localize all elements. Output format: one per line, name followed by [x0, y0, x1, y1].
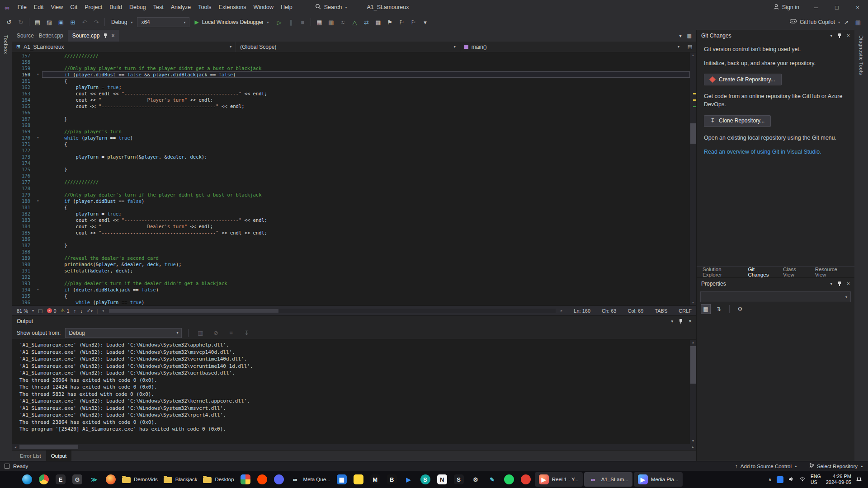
code-lens-icon[interactable]: ≈: [337, 17, 348, 28]
code-text[interactable]: if (player.didBust == false && player.di…: [42, 71, 690, 78]
tab-source-better-cpp[interactable]: Source - Better.cpp: [12, 30, 68, 42]
close-icon[interactable]: ×: [689, 318, 692, 324]
code-text[interactable]: while (playTurn == true): [42, 135, 690, 141]
fold-marker[interactable]: ▾: [34, 71, 42, 78]
save-all-icon[interactable]: ⊞: [67, 17, 78, 28]
taskbar-app-feather[interactable]: ✎: [485, 472, 500, 487]
code-text[interactable]: setTotal(&dealer, deck);: [42, 267, 690, 274]
code-editor[interactable]: 157 ////////////158159 //Only play playe…: [12, 52, 696, 305]
chevron-down-icon[interactable]: ▾: [830, 33, 832, 38]
hscrollbar-thumb[interactable]: [19, 445, 78, 449]
code-text[interactable]: {: [42, 141, 690, 147]
taskbar-app-goat[interactable]: G: [70, 472, 85, 487]
solution-platforms-dropdown[interactable]: x64 ▾: [137, 17, 189, 27]
column-indicator[interactable]: Col: 69: [627, 308, 643, 314]
taskbar-epic-games[interactable]: E: [53, 472, 68, 487]
diagnostic-tools-strip[interactable]: Diagnostic Tools: [854, 30, 868, 461]
code-text[interactable]: {: [42, 293, 690, 299]
taskbar-app-notion[interactable]: N: [434, 472, 450, 487]
output-source-dropdown[interactable]: Debug ▾: [65, 328, 182, 338]
diagnostic-tools-tab-label[interactable]: Diagnostic Tools: [859, 30, 864, 75]
taskbar-folder-demovids[interactable]: DemoVids: [120, 472, 160, 487]
clear-all-icon[interactable]: ⊘: [210, 328, 221, 338]
menu-window[interactable]: Window: [250, 0, 277, 14]
taskbar-window-reel[interactable]: ▶Reel 1 - Y...: [535, 472, 583, 487]
autoscroll-icon[interactable]: ↧: [241, 328, 252, 338]
menu-edit[interactable]: Edit: [30, 0, 47, 14]
code-text[interactable]: [42, 109, 690, 116]
code-text[interactable]: //Only play dealer's turn if the player …: [42, 192, 690, 198]
taskbar-app-teal-swirl[interactable]: S: [418, 472, 433, 487]
code-text[interactable]: //Only play player's turn if the player …: [42, 65, 690, 71]
open-file-icon[interactable]: ▨: [44, 17, 55, 28]
code-text[interactable]: //play player's turn: [42, 128, 690, 135]
pin-icon[interactable]: [837, 33, 842, 38]
bookmark-icon[interactable]: ⚑: [384, 17, 395, 28]
panel-tab-output[interactable]: Output: [46, 450, 72, 461]
menu-extensions[interactable]: Extensions: [215, 0, 250, 14]
char-indicator[interactable]: Ch: 63: [602, 308, 616, 314]
alphabetical-icon[interactable]: ⇅: [714, 305, 723, 314]
code-text[interactable]: }: [42, 116, 690, 122]
tool-tab-class-view[interactable]: Class View: [780, 267, 811, 277]
stop-icon[interactable]: ■: [297, 17, 308, 28]
background-tasks-icon[interactable]: [5, 464, 9, 469]
solution-configurations-dropdown[interactable]: Debug ▾: [108, 17, 136, 27]
code-text[interactable]: cout << "-------------------------------…: [42, 103, 690, 109]
tray-expand-icon[interactable]: ∧: [768, 477, 772, 482]
output-hscrollbar[interactable]: ◂ ▸: [12, 444, 696, 450]
hscroll-right-icon[interactable]: ▸: [561, 309, 562, 313]
code-text[interactable]: [42, 249, 690, 255]
code-text[interactable]: [42, 185, 690, 192]
code-text[interactable]: cout << "-------------------------------…: [42, 230, 690, 236]
warning-badge[interactable]: ⚠ 1: [61, 308, 70, 314]
git-overview-link[interactable]: Read an overview of using Git in Visual …: [704, 149, 821, 155]
categorized-icon[interactable]: ▦: [701, 305, 710, 314]
solution-explorer-sync-icon[interactable]: ▦: [314, 17, 325, 28]
menu-help[interactable]: Help: [277, 0, 296, 14]
notifications-icon[interactable]: [856, 476, 862, 483]
menu-analyze[interactable]: Analyze: [167, 0, 194, 14]
close-icon[interactable]: ×: [847, 281, 850, 287]
property-pages-icon[interactable]: ⚙: [736, 305, 745, 314]
volume-icon[interactable]: [788, 477, 794, 483]
language-indicator[interactable]: ENG US: [811, 474, 821, 485]
search-control[interactable]: Search ▾: [315, 4, 347, 11]
code-text[interactable]: [42, 173, 690, 179]
panel-tab-error-list[interactable]: Error List: [15, 450, 46, 461]
tool-tab-git-changes[interactable]: Git Changes: [745, 267, 779, 277]
flag-next-icon[interactable]: ⚐: [408, 17, 419, 28]
save-icon[interactable]: ▣: [56, 17, 66, 28]
code-text[interactable]: [42, 160, 690, 166]
code-text[interactable]: [42, 59, 690, 65]
taskbar-app-red[interactable]: [518, 472, 533, 487]
clone-repository-button[interactable]: ↧ Clone Repository...: [704, 115, 771, 127]
maximize-button[interactable]: □: [826, 0, 847, 14]
scrollbar-thumb[interactable]: [690, 346, 696, 384]
fold-marker[interactable]: ▾: [34, 286, 42, 293]
code-cleanup-icon[interactable]: ✓▾: [87, 308, 93, 314]
toolbox-strip[interactable]: Toolbox: [0, 30, 12, 461]
start-without-debugging-icon[interactable]: ▷: [274, 17, 284, 28]
hscroll-right-icon[interactable]: ▸: [690, 445, 696, 449]
add-to-source-control-button[interactable]: ↑ Add to Source Control ▲: [735, 464, 797, 469]
fold-marker[interactable]: ▾: [34, 135, 42, 141]
editor-scrollbar[interactable]: ▴ ▾: [690, 52, 696, 305]
code-text[interactable]: cout << " Player's turn" << endl;: [42, 97, 690, 103]
github-copilot-button[interactable]: GitHub Copilot ▾: [790, 19, 840, 25]
undo-icon[interactable]: ↶: [79, 17, 90, 28]
scroll-down-icon[interactable]: ▾: [690, 438, 696, 444]
select-repository-button[interactable]: Select Repository ▲: [809, 463, 863, 469]
taskbar-app-window-blue[interactable]: ▦: [334, 472, 349, 487]
code-text[interactable]: }: [42, 166, 690, 173]
code-text[interactable]: [42, 236, 690, 242]
taskbar-browser-chrome[interactable]: [36, 472, 52, 487]
chevron-down-icon[interactable]: ▾: [671, 319, 673, 324]
menu-tools[interactable]: Tools: [194, 0, 215, 14]
error-badge[interactable]: × 0: [47, 308, 57, 314]
code-text[interactable]: if (player.didBust == false): [42, 198, 690, 204]
code-text[interactable]: }: [42, 242, 690, 249]
next-issue-icon[interactable]: ↓: [80, 308, 83, 314]
fold-marker[interactable]: ▾: [34, 198, 42, 204]
code-text[interactable]: //reveal the dealer's second card: [42, 255, 690, 261]
